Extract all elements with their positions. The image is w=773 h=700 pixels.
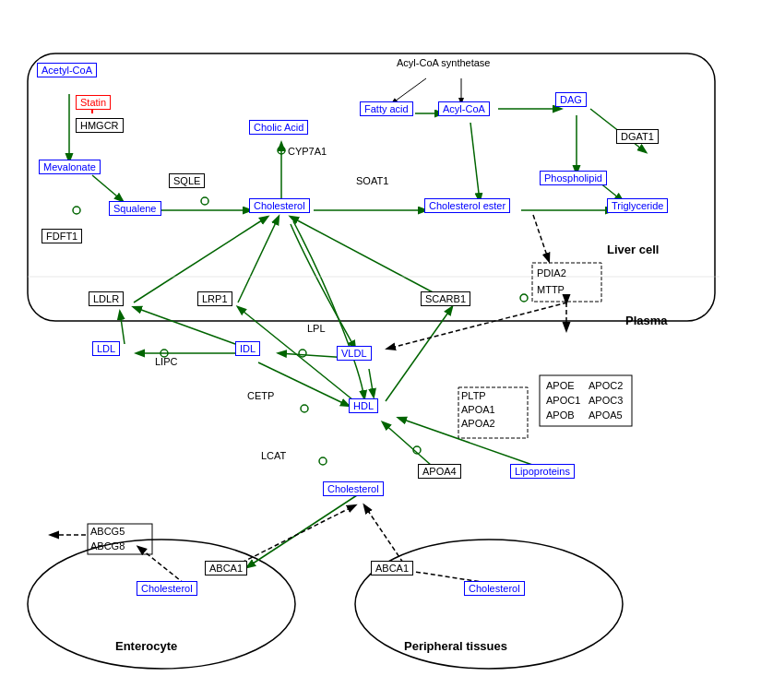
node-sqle: SQLE [169, 173, 205, 188]
node-lipc: LIPC [155, 356, 177, 367]
svg-rect-0 [28, 53, 715, 321]
svg-line-52 [383, 422, 432, 466]
node-lipoproteins: Lipoproteins [510, 464, 575, 479]
node-apoe: APOE [546, 380, 575, 391]
node-apoa1: APOA1 [461, 404, 495, 415]
node-pltp: PLTP [461, 390, 486, 401]
node-triglyceride: Triglyceride [607, 198, 668, 213]
node-cholesterol-peripheral: Cholesterol [464, 581, 525, 596]
svg-line-18 [134, 217, 268, 303]
node-cetp: CETP [247, 390, 274, 401]
node-apoa2: APOA2 [461, 418, 495, 429]
svg-line-13 [470, 123, 480, 201]
node-apoc3: APOC3 [589, 395, 623, 406]
node-pdia2: PDIA2 [537, 267, 566, 279]
pathway-diagram: Acetyl-CoA Statin HMGCR Mevalonate FDFT1… [0, 0, 773, 700]
svg-line-25 [369, 369, 374, 397]
svg-line-33 [138, 547, 184, 584]
node-lcat: LCAT [261, 450, 286, 461]
node-cholesterol-plasma: Cholesterol [323, 481, 384, 496]
svg-point-39 [201, 197, 208, 205]
node-dgat1: DGAT1 [616, 129, 659, 144]
label-peripheral-tissues: Peripheral tissues [404, 639, 507, 653]
node-scarb1: SCARB1 [421, 291, 470, 306]
node-acyl-coa: Acyl-CoA [438, 101, 490, 116]
node-fdft1: FDFT1 [42, 229, 82, 243]
node-apob: APOB [546, 409, 575, 421]
svg-line-21 [120, 312, 125, 344]
svg-line-8 [92, 175, 123, 201]
node-phospholipid: Phospholipid [540, 171, 607, 185]
svg-line-23 [134, 307, 235, 344]
node-acyl-coa-synthetase: Acyl-CoA synthetase [397, 57, 491, 68]
svg-point-42 [301, 405, 308, 412]
node-abcg8: ABCG8 [90, 540, 125, 552]
node-fatty-acid: Fatty acid [360, 101, 413, 116]
node-vldl: VLDL [337, 346, 372, 361]
svg-point-46 [73, 207, 80, 214]
svg-line-20 [291, 217, 452, 303]
node-abcg5: ABCG5 [90, 526, 125, 537]
svg-line-28 [247, 493, 360, 567]
node-idl: IDL [235, 341, 260, 356]
label-liver-cell: Liver cell [607, 243, 659, 256]
svg-point-47 [520, 294, 528, 302]
node-cholic-acid: Cholic Acid [249, 120, 308, 135]
svg-line-31 [533, 215, 549, 261]
node-mevalonate: Mevalonate [39, 160, 101, 174]
svg-line-48 [392, 78, 426, 103]
svg-point-40 [299, 350, 306, 357]
node-hmgcr: HMGCR [76, 118, 124, 133]
node-lrp1: LRP1 [197, 291, 232, 306]
node-apoc2: APOC2 [589, 380, 623, 391]
node-apoc1: APOC1 [546, 395, 580, 406]
node-cholesterol-main: Cholesterol [249, 198, 310, 213]
svg-line-35 [364, 505, 403, 563]
svg-line-34 [242, 505, 355, 563]
node-ldl: LDL [92, 341, 120, 356]
node-hdl: HDL [349, 398, 378, 413]
svg-line-30 [387, 303, 567, 349]
node-ldlr: LDLR [89, 291, 124, 306]
svg-line-19 [238, 217, 279, 303]
node-mttp: MTTP [537, 284, 565, 295]
node-cholesterol-ester: Cholesterol ester [424, 198, 510, 213]
svg-point-43 [319, 457, 327, 465]
node-cyp7a1: CYP7A1 [288, 146, 327, 157]
node-apoa4: APOA4 [418, 464, 461, 479]
node-abca1-left: ABCA1 [205, 561, 247, 575]
node-dag: DAG [555, 92, 587, 107]
node-squalene: Squalene [109, 201, 161, 216]
label-plasma: Plasma [625, 314, 668, 327]
node-lpl: LPL [307, 323, 326, 334]
node-cholesterol-enterocyte: Cholesterol [137, 581, 197, 596]
node-apoa5: APOA5 [589, 409, 623, 421]
node-soat1: SOAT1 [356, 175, 388, 186]
label-enterocyte: Enterocyte [115, 639, 177, 653]
node-acetyl-coa: Acetyl-CoA [37, 63, 97, 77]
node-abca1-right: ABCA1 [371, 561, 413, 575]
node-statin: Statin [76, 95, 111, 110]
